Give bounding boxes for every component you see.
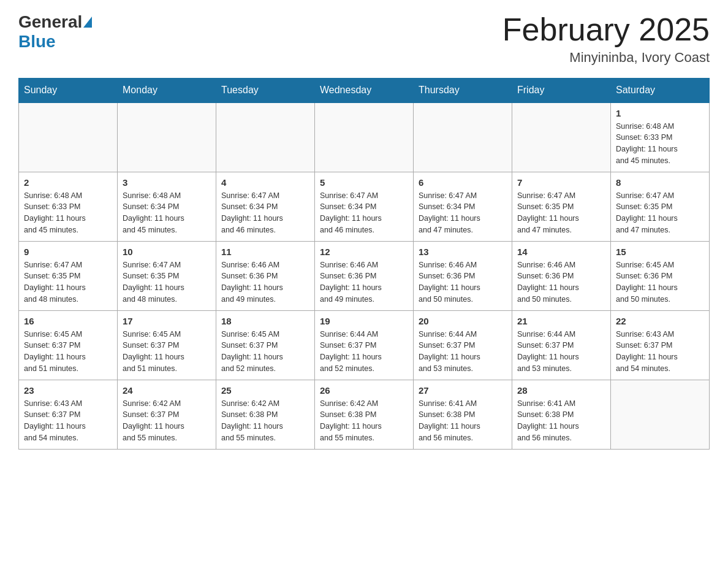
day-info: Sunrise: 6:45 AM Sunset: 6:37 PM Dayligh…: [24, 329, 112, 375]
calendar-cell: 19Sunrise: 6:44 AM Sunset: 6:37 PM Dayli…: [315, 310, 414, 380]
day-number: 2: [24, 177, 112, 188]
day-info: Sunrise: 6:45 AM Sunset: 6:37 PM Dayligh…: [123, 329, 211, 375]
calendar-cell: 5Sunrise: 6:47 AM Sunset: 6:34 PM Daylig…: [315, 172, 414, 241]
day-number: 8: [616, 177, 704, 188]
calendar-cell: 11Sunrise: 6:46 AM Sunset: 6:36 PM Dayli…: [216, 241, 315, 310]
day-header-monday: Monday: [118, 79, 216, 103]
calendar-cell: 1Sunrise: 6:48 AM Sunset: 6:33 PM Daylig…: [611, 102, 710, 172]
day-info: Sunrise: 6:47 AM Sunset: 6:35 PM Dayligh…: [616, 190, 704, 236]
calendar-cell: 14Sunrise: 6:46 AM Sunset: 6:36 PM Dayli…: [512, 241, 611, 310]
day-number: 5: [320, 177, 408, 188]
calendar-cell: 26Sunrise: 6:42 AM Sunset: 6:38 PM Dayli…: [315, 380, 414, 449]
day-number: 7: [517, 177, 605, 188]
day-number: 15: [616, 247, 704, 257]
month-title: February 2025: [502, 12, 710, 47]
day-number: 17: [123, 316, 211, 326]
day-number: 11: [221, 247, 309, 257]
calendar-cell: 7Sunrise: 6:47 AM Sunset: 6:35 PM Daylig…: [512, 172, 611, 241]
calendar-cell: 17Sunrise: 6:45 AM Sunset: 6:37 PM Dayli…: [118, 310, 216, 380]
calendar-cell: 2Sunrise: 6:48 AM Sunset: 6:33 PM Daylig…: [19, 172, 118, 241]
day-info: Sunrise: 6:42 AM Sunset: 6:37 PM Dayligh…: [123, 398, 211, 444]
day-info: Sunrise: 6:45 AM Sunset: 6:36 PM Dayligh…: [616, 259, 704, 305]
day-info: Sunrise: 6:44 AM Sunset: 6:37 PM Dayligh…: [320, 329, 408, 375]
calendar-week-3: 9Sunrise: 6:47 AM Sunset: 6:35 PM Daylig…: [19, 241, 710, 310]
day-info: Sunrise: 6:48 AM Sunset: 6:33 PM Dayligh…: [616, 121, 704, 167]
day-number: 18: [221, 316, 309, 326]
day-header-thursday: Thursday: [414, 79, 512, 103]
day-number: 9: [24, 247, 112, 257]
day-number: 6: [419, 177, 507, 188]
day-number: 22: [616, 316, 704, 326]
calendar-week-4: 16Sunrise: 6:45 AM Sunset: 6:37 PM Dayli…: [19, 310, 710, 380]
day-number: 19: [320, 316, 408, 326]
calendar-cell: [512, 102, 611, 172]
location-subtitle: Minyininba, Ivory Coast: [502, 50, 710, 66]
day-info: Sunrise: 6:47 AM Sunset: 6:35 PM Dayligh…: [24, 259, 112, 305]
day-number: 23: [24, 385, 112, 396]
day-number: 25: [221, 385, 309, 396]
calendar-cell: 16Sunrise: 6:45 AM Sunset: 6:37 PM Dayli…: [19, 310, 118, 380]
day-number: 3: [123, 177, 211, 188]
day-number: 14: [517, 247, 605, 257]
day-info: Sunrise: 6:45 AM Sunset: 6:37 PM Dayligh…: [221, 329, 309, 375]
day-info: Sunrise: 6:46 AM Sunset: 6:36 PM Dayligh…: [419, 259, 507, 305]
calendar-header: SundayMondayTuesdayWednesdayThursdayFrid…: [19, 79, 710, 103]
day-number: 20: [419, 316, 507, 326]
calendar-cell: 22Sunrise: 6:43 AM Sunset: 6:37 PM Dayli…: [611, 310, 710, 380]
day-info: Sunrise: 6:47 AM Sunset: 6:35 PM Dayligh…: [517, 190, 605, 236]
calendar-cell: 18Sunrise: 6:45 AM Sunset: 6:37 PM Dayli…: [216, 310, 315, 380]
day-number: 12: [320, 247, 408, 257]
calendar-cell: 25Sunrise: 6:42 AM Sunset: 6:38 PM Dayli…: [216, 380, 315, 449]
day-number: 4: [221, 177, 309, 188]
day-info: Sunrise: 6:41 AM Sunset: 6:38 PM Dayligh…: [419, 398, 507, 444]
calendar-cell: 21Sunrise: 6:44 AM Sunset: 6:37 PM Dayli…: [512, 310, 611, 380]
day-info: Sunrise: 6:47 AM Sunset: 6:34 PM Dayligh…: [320, 190, 408, 236]
calendar-cell: 23Sunrise: 6:43 AM Sunset: 6:37 PM Dayli…: [19, 380, 118, 449]
calendar-cell: [611, 380, 710, 449]
calendar-week-2: 2Sunrise: 6:48 AM Sunset: 6:33 PM Daylig…: [19, 172, 710, 241]
day-headers-row: SundayMondayTuesdayWednesdayThursdayFrid…: [19, 79, 710, 103]
calendar-cell: [19, 102, 118, 172]
day-info: Sunrise: 6:43 AM Sunset: 6:37 PM Dayligh…: [616, 329, 704, 375]
calendar-cell: 15Sunrise: 6:45 AM Sunset: 6:36 PM Dayli…: [611, 241, 710, 310]
day-info: Sunrise: 6:46 AM Sunset: 6:36 PM Dayligh…: [517, 259, 605, 305]
calendar-cell: [216, 102, 315, 172]
day-header-friday: Friday: [512, 79, 611, 103]
logo-triangle-icon: [83, 17, 92, 28]
calendar-cell: 8Sunrise: 6:47 AM Sunset: 6:35 PM Daylig…: [611, 172, 710, 241]
calendar-cell: 28Sunrise: 6:41 AM Sunset: 6:38 PM Dayli…: [512, 380, 611, 449]
calendar-cell: 3Sunrise: 6:48 AM Sunset: 6:34 PM Daylig…: [118, 172, 216, 241]
day-number: 13: [419, 247, 507, 257]
day-number: 27: [419, 385, 507, 396]
day-info: Sunrise: 6:42 AM Sunset: 6:38 PM Dayligh…: [221, 398, 309, 444]
calendar-cell: 6Sunrise: 6:47 AM Sunset: 6:34 PM Daylig…: [414, 172, 512, 241]
day-info: Sunrise: 6:48 AM Sunset: 6:34 PM Dayligh…: [123, 190, 211, 236]
day-number: 28: [517, 385, 605, 396]
logo: General Blue: [18, 12, 93, 52]
calendar-cell: [315, 102, 414, 172]
day-info: Sunrise: 6:43 AM Sunset: 6:37 PM Dayligh…: [24, 398, 112, 444]
title-section: February 2025 Minyininba, Ivory Coast: [502, 12, 710, 66]
day-number: 1: [616, 108, 704, 118]
page-header: General Blue February 2025 Minyininba, I…: [18, 12, 710, 66]
day-info: Sunrise: 6:46 AM Sunset: 6:36 PM Dayligh…: [320, 259, 408, 305]
day-info: Sunrise: 6:44 AM Sunset: 6:37 PM Dayligh…: [419, 329, 507, 375]
calendar-week-1: 1Sunrise: 6:48 AM Sunset: 6:33 PM Daylig…: [19, 102, 710, 172]
calendar-cell: 24Sunrise: 6:42 AM Sunset: 6:37 PM Dayli…: [118, 380, 216, 449]
calendar-cell: 4Sunrise: 6:47 AM Sunset: 6:34 PM Daylig…: [216, 172, 315, 241]
day-info: Sunrise: 6:47 AM Sunset: 6:35 PM Dayligh…: [123, 259, 211, 305]
logo-general-text: General: [18, 12, 82, 32]
day-number: 21: [517, 316, 605, 326]
day-info: Sunrise: 6:47 AM Sunset: 6:34 PM Dayligh…: [221, 190, 309, 236]
calendar-cell: 13Sunrise: 6:46 AM Sunset: 6:36 PM Dayli…: [414, 241, 512, 310]
day-header-wednesday: Wednesday: [315, 79, 414, 103]
calendar-cell: 20Sunrise: 6:44 AM Sunset: 6:37 PM Dayli…: [414, 310, 512, 380]
calendar-cell: [414, 102, 512, 172]
day-header-tuesday: Tuesday: [216, 79, 315, 103]
calendar-cell: 9Sunrise: 6:47 AM Sunset: 6:35 PM Daylig…: [19, 241, 118, 310]
day-header-sunday: Sunday: [19, 79, 118, 103]
day-info: Sunrise: 6:47 AM Sunset: 6:34 PM Dayligh…: [419, 190, 507, 236]
calendar-table: SundayMondayTuesdayWednesdayThursdayFrid…: [18, 78, 710, 450]
day-number: 10: [123, 247, 211, 257]
calendar-week-5: 23Sunrise: 6:43 AM Sunset: 6:37 PM Dayli…: [19, 380, 710, 449]
